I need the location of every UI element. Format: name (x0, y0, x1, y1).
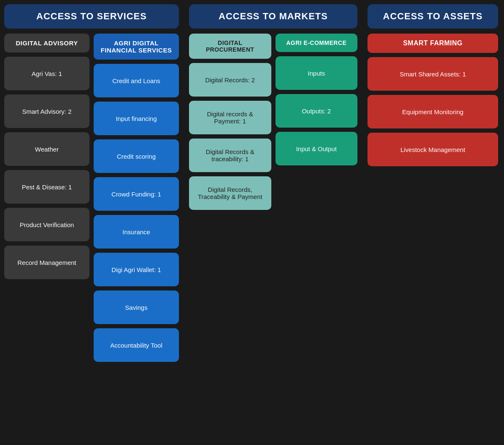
digital-procurement-subcol: DIGITAL PROCUREMENT Digital Records: 2 D… (189, 34, 271, 441)
main-grid: ACCESS TO SERVICES DIGITAL ADVISORY Agri… (0, 0, 504, 445)
list-item: Digital Records & traceability: 1 (189, 139, 271, 172)
list-item: Digi Agri Wallet: 1 (94, 253, 179, 286)
services-column: ACCESS TO SERVICES DIGITAL ADVISORY Agri… (0, 0, 185, 445)
digital-procurement-header: DIGITAL PROCUREMENT (189, 34, 271, 59)
agri-ecommerce-header: AGRI E-COMMERCE (276, 34, 358, 52)
list-item: Crowd Funding: 1 (94, 177, 179, 211)
list-item: Insurance (94, 215, 179, 249)
agri-digital-financial-header: AGRI DIGITAL FINANCIAL SERVICES (94, 34, 179, 60)
markets-header: ACCESS TO MARKETS (189, 4, 357, 29)
list-item: Pest & Disease: 1 (4, 170, 89, 204)
list-item: Input financing (94, 102, 179, 135)
markets-inner: DIGITAL PROCUREMENT Digital Records: 2 D… (189, 34, 357, 441)
smart-farming-header: SMART FARMING (368, 34, 498, 53)
assets-inner: SMART FARMING Smart Shared Assets: 1 Equ… (368, 34, 498, 441)
list-item: Input & Output (276, 132, 358, 165)
list-item: Credit and Loans (94, 64, 179, 97)
list-item: Agri Vas: 1 (4, 57, 89, 90)
agri-digital-financial-subcol: AGRI DIGITAL FINANCIAL SERVICES Credit a… (94, 34, 179, 441)
assets-column: ACCESS TO ASSETS SMART FARMING Smart Sha… (363, 0, 504, 445)
list-item: Digital Records, Traceability & Payment (189, 176, 271, 210)
digital-advisory-subcol: DIGITAL ADVISORY Agri Vas: 1 Smart Advis… (4, 34, 89, 441)
digital-advisory-header: DIGITAL ADVISORY (4, 34, 89, 52)
list-item: Savings (94, 291, 179, 324)
list-item: Record Management (4, 246, 89, 279)
list-item: Smart Shared Assets: 1 (368, 57, 498, 91)
list-item: Digital records & Payment: 1 (189, 101, 271, 134)
list-item: Digital Records: 2 (189, 63, 271, 97)
markets-column: ACCESS TO MARKETS DIGITAL PROCUREMENT Di… (185, 0, 363, 445)
list-item: Equipment Monitoring (368, 95, 498, 128)
services-header: ACCESS TO SERVICES (4, 4, 179, 29)
assets-header: ACCESS TO ASSETS (368, 4, 498, 29)
list-item: Credit scoring (94, 139, 179, 173)
list-item: Weather (4, 132, 89, 166)
services-inner: DIGITAL ADVISORY Agri Vas: 1 Smart Advis… (4, 34, 179, 441)
list-item: Inputs (276, 56, 358, 90)
list-item: Accountability Tool (94, 328, 179, 362)
list-item: Smart Advisory: 2 (4, 94, 89, 128)
agri-ecommerce-subcol: AGRI E-COMMERCE Inputs Outputs: 2 Input … (276, 34, 358, 441)
list-item: Livestock Management (368, 133, 498, 166)
list-item: Product Verification (4, 208, 89, 241)
list-item: Outputs: 2 (276, 94, 358, 128)
